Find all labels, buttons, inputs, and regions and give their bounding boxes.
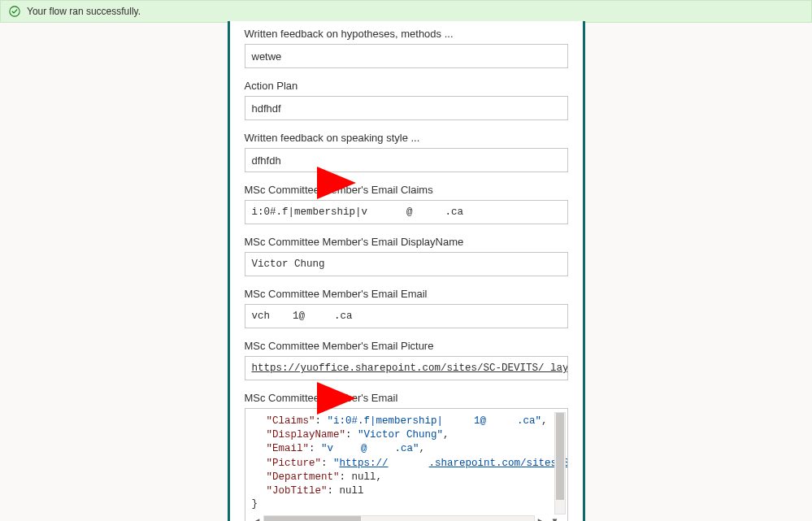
check-circle-icon — [9, 6, 20, 17]
value-email-claims[interactable]: i:0#.f|membership|vxxxx@xxxx.ca — [245, 200, 568, 224]
label-email-picture: MSc Committee Member's Email Picture — [245, 340, 568, 352]
scroll-down-caret[interactable]: ▼ — [549, 516, 561, 521]
label-email-claims: MSc Committee Member's Email Claims — [245, 184, 568, 196]
label-action-plan: Action Plan — [245, 80, 568, 92]
value-email-email[interactable]: vchxx1@xxx.ca — [245, 304, 568, 328]
label-email-email: MSc Committee Member's Email Email — [245, 288, 568, 300]
value-email-full[interactable]: "Claims": "i:0#.f|membership|xx1@xx.ca",… — [245, 408, 568, 521]
field-email-picture: MSc Committee Member's Email Picture htt… — [245, 340, 568, 380]
field-feedback-speaking: Written feedback on speaking style ... d… — [245, 132, 568, 172]
horizontal-scrollbar[interactable] — [263, 515, 535, 521]
value-action-plan[interactable]: hdfhdf — [245, 96, 568, 120]
field-email-full: MSc Committee Member's Email "Claims": "… — [245, 392, 568, 521]
form-panel: Written feedback on hypotheses, methods … — [228, 21, 585, 521]
label-email-full: MSc Committee Member's Email — [245, 392, 568, 404]
value-email-displayname[interactable]: Victor Chung — [245, 252, 568, 276]
value-feedback-speaking[interactable]: dfhfdh — [245, 148, 568, 172]
label-feedback-hypotheses: Written feedback on hypotheses, methods … — [245, 28, 568, 40]
field-email-claims: MSc Committee Member's Email Claims i:0#… — [245, 184, 568, 224]
scroll-left-caret[interactable]: ◄ — [252, 516, 263, 521]
field-action-plan: Action Plan hdfhdf — [245, 80, 568, 120]
success-message: Your flow ran successfully. — [27, 6, 141, 17]
scroll-right-caret[interactable]: ► — [535, 516, 546, 521]
field-email-displayname: MSc Committee Member's Email DisplayName… — [245, 236, 568, 276]
label-feedback-speaking: Written feedback on speaking style ... — [245, 132, 568, 144]
value-feedback-hypotheses[interactable]: wetwe — [245, 44, 568, 68]
label-email-displayname: MSc Committee Member's Email DisplayName — [245, 236, 568, 248]
svg-point-0 — [10, 7, 20, 16]
field-email-email: MSc Committee Member's Email Email vchxx… — [245, 288, 568, 328]
value-email-picture[interactable]: https://yuoffice.sharepoint.com/sites/SC… — [245, 356, 568, 380]
field-feedback-hypotheses: Written feedback on hypotheses, methods … — [245, 28, 568, 68]
vertical-scrollbar[interactable] — [554, 412, 566, 514]
